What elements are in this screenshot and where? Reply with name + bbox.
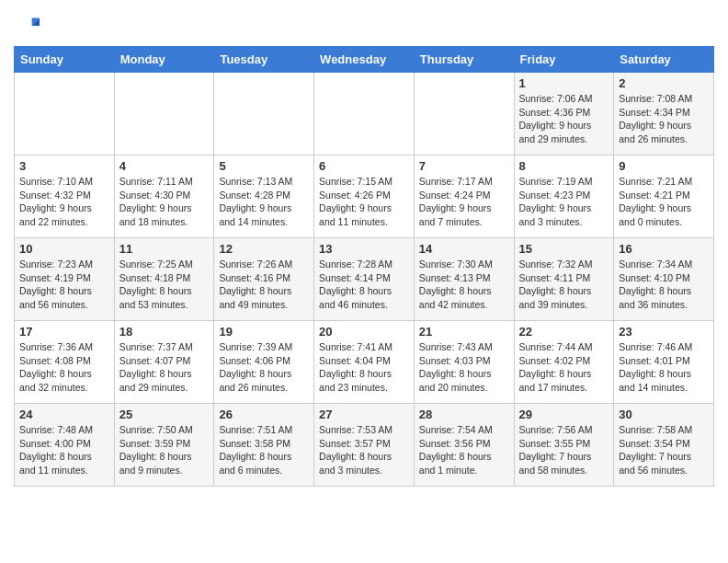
day-number: 22 [519, 325, 609, 339]
day-info: Sunrise: 7:48 AM Sunset: 4:00 PM Dayligh… [19, 423, 109, 477]
day-number: 2 [619, 76, 709, 90]
calendar-table: SundayMondayTuesdayWednesdayThursdayFrid… [14, 46, 714, 487]
calendar-cell: 16Sunrise: 7:34 AM Sunset: 4:10 PM Dayli… [614, 238, 714, 321]
calendar-cell: 1Sunrise: 7:06 AM Sunset: 4:36 PM Daylig… [514, 73, 614, 155]
day-number: 10 [19, 242, 109, 256]
calendar-cell: 23Sunrise: 7:46 AM Sunset: 4:01 PM Dayli… [614, 321, 714, 404]
day-header-friday: Friday [514, 47, 614, 73]
day-number: 29 [519, 408, 609, 421]
day-info: Sunrise: 7:17 AM Sunset: 4:24 PM Dayligh… [419, 175, 509, 229]
calendar-cell: 24Sunrise: 7:48 AM Sunset: 4:00 PM Dayli… [15, 404, 115, 487]
day-number: 5 [219, 159, 309, 173]
day-info: Sunrise: 7:54 AM Sunset: 3:56 PM Dayligh… [419, 423, 509, 477]
logo-icon [14, 13, 40, 39]
calendar-cell: 25Sunrise: 7:50 AM Sunset: 3:59 PM Dayli… [114, 404, 214, 487]
calendar-cell: 26Sunrise: 7:51 AM Sunset: 3:58 PM Dayli… [214, 404, 314, 487]
day-number: 7 [419, 159, 509, 173]
day-number: 27 [319, 408, 409, 421]
day-info: Sunrise: 7:43 AM Sunset: 4:03 PM Dayligh… [419, 340, 509, 395]
day-info: Sunrise: 7:28 AM Sunset: 4:14 PM Dayligh… [319, 258, 409, 312]
calendar-header-row: SundayMondayTuesdayWednesdayThursdayFrid… [15, 47, 714, 73]
day-header-sunday: Sunday [15, 47, 115, 73]
calendar-cell: 8Sunrise: 7:19 AM Sunset: 4:23 PM Daylig… [514, 155, 614, 238]
day-number: 28 [419, 408, 509, 421]
day-number: 13 [319, 242, 409, 256]
day-info: Sunrise: 7:25 AM Sunset: 4:18 PM Dayligh… [119, 258, 210, 312]
calendar-body: 1Sunrise: 7:06 AM Sunset: 4:36 PM Daylig… [15, 73, 714, 487]
calendar-cell: 22Sunrise: 7:44 AM Sunset: 4:02 PM Dayli… [514, 321, 614, 404]
day-info: Sunrise: 7:53 AM Sunset: 3:57 PM Dayligh… [319, 423, 409, 477]
calendar-cell [414, 73, 514, 155]
day-info: Sunrise: 7:34 AM Sunset: 4:10 PM Dayligh… [619, 258, 709, 312]
calendar-cell: 3Sunrise: 7:10 AM Sunset: 4:32 PM Daylig… [15, 155, 115, 238]
day-info: Sunrise: 7:23 AM Sunset: 4:19 PM Dayligh… [19, 258, 109, 312]
day-header-saturday: Saturday [614, 47, 714, 73]
calendar-week-5: 24Sunrise: 7:48 AM Sunset: 4:00 PM Dayli… [15, 404, 714, 487]
calendar-cell: 14Sunrise: 7:30 AM Sunset: 4:13 PM Dayli… [414, 238, 514, 321]
day-info: Sunrise: 7:19 AM Sunset: 4:23 PM Dayligh… [519, 175, 609, 229]
calendar-cell [214, 73, 314, 155]
day-info: Sunrise: 7:21 AM Sunset: 4:21 PM Dayligh… [619, 175, 709, 229]
day-info: Sunrise: 7:11 AM Sunset: 4:30 PM Dayligh… [119, 175, 210, 229]
calendar-cell [314, 73, 415, 155]
day-info: Sunrise: 7:08 AM Sunset: 4:34 PM Dayligh… [619, 92, 709, 146]
calendar-cell: 11Sunrise: 7:25 AM Sunset: 4:18 PM Dayli… [114, 238, 214, 321]
calendar-cell: 19Sunrise: 7:39 AM Sunset: 4:06 PM Dayli… [214, 321, 314, 404]
day-header-thursday: Thursday [414, 47, 514, 73]
calendar-cell: 2Sunrise: 7:08 AM Sunset: 4:34 PM Daylig… [614, 73, 714, 155]
day-number: 15 [519, 242, 609, 256]
day-number: 4 [119, 159, 210, 173]
logo [14, 13, 41, 39]
day-info: Sunrise: 7:50 AM Sunset: 3:59 PM Dayligh… [119, 423, 210, 477]
day-info: Sunrise: 7:26 AM Sunset: 4:16 PM Dayligh… [219, 258, 309, 312]
calendar-week-3: 10Sunrise: 7:23 AM Sunset: 4:19 PM Dayli… [15, 238, 714, 321]
calendar-cell: 7Sunrise: 7:17 AM Sunset: 4:24 PM Daylig… [414, 155, 514, 238]
day-info: Sunrise: 7:39 AM Sunset: 4:06 PM Dayligh… [219, 340, 309, 395]
calendar-cell [114, 73, 214, 155]
calendar-cell: 10Sunrise: 7:23 AM Sunset: 4:19 PM Dayli… [15, 238, 115, 321]
day-number: 3 [19, 159, 109, 173]
day-info: Sunrise: 7:10 AM Sunset: 4:32 PM Dayligh… [19, 175, 109, 229]
day-info: Sunrise: 7:56 AM Sunset: 3:55 PM Dayligh… [519, 423, 609, 477]
day-info: Sunrise: 7:46 AM Sunset: 4:01 PM Dayligh… [619, 340, 709, 395]
day-number: 11 [119, 242, 210, 256]
calendar-cell: 18Sunrise: 7:37 AM Sunset: 4:07 PM Dayli… [114, 321, 214, 404]
calendar-week-1: 1Sunrise: 7:06 AM Sunset: 4:36 PM Daylig… [15, 73, 714, 155]
calendar-cell: 6Sunrise: 7:15 AM Sunset: 4:26 PM Daylig… [314, 155, 415, 238]
day-number: 20 [319, 325, 409, 339]
day-number: 12 [219, 242, 309, 256]
day-info: Sunrise: 7:41 AM Sunset: 4:04 PM Dayligh… [319, 340, 409, 395]
day-number: 23 [619, 325, 709, 339]
day-info: Sunrise: 7:51 AM Sunset: 3:58 PM Dayligh… [219, 423, 309, 477]
day-number: 26 [219, 408, 309, 421]
day-info: Sunrise: 7:13 AM Sunset: 4:28 PM Dayligh… [219, 175, 309, 229]
day-number: 14 [419, 242, 509, 256]
day-info: Sunrise: 7:30 AM Sunset: 4:13 PM Dayligh… [419, 258, 509, 312]
calendar-cell: 9Sunrise: 7:21 AM Sunset: 4:21 PM Daylig… [614, 155, 714, 238]
day-info: Sunrise: 7:58 AM Sunset: 3:54 PM Dayligh… [619, 423, 709, 477]
day-header-tuesday: Tuesday [214, 47, 314, 73]
day-number: 17 [19, 325, 109, 339]
calendar-cell: 21Sunrise: 7:43 AM Sunset: 4:03 PM Dayli… [414, 321, 514, 404]
day-info: Sunrise: 7:37 AM Sunset: 4:07 PM Dayligh… [119, 340, 210, 395]
day-info: Sunrise: 7:44 AM Sunset: 4:02 PM Dayligh… [519, 340, 609, 395]
calendar-cell: 5Sunrise: 7:13 AM Sunset: 4:28 PM Daylig… [214, 155, 314, 238]
day-header-monday: Monday [114, 47, 214, 73]
day-number: 8 [519, 159, 609, 173]
day-info: Sunrise: 7:06 AM Sunset: 4:36 PM Dayligh… [519, 92, 609, 146]
calendar-cell: 28Sunrise: 7:54 AM Sunset: 3:56 PM Dayli… [414, 404, 514, 487]
day-number: 18 [119, 325, 210, 339]
day-info: Sunrise: 7:15 AM Sunset: 4:26 PM Dayligh… [319, 175, 409, 229]
calendar-week-4: 17Sunrise: 7:36 AM Sunset: 4:08 PM Dayli… [15, 321, 714, 404]
day-number: 9 [619, 159, 709, 173]
calendar-cell: 20Sunrise: 7:41 AM Sunset: 4:04 PM Dayli… [314, 321, 415, 404]
calendar-cell: 12Sunrise: 7:26 AM Sunset: 4:16 PM Dayli… [214, 238, 314, 321]
calendar-cell: 13Sunrise: 7:28 AM Sunset: 4:14 PM Dayli… [314, 238, 415, 321]
day-number: 24 [19, 408, 109, 421]
day-info: Sunrise: 7:32 AM Sunset: 4:11 PM Dayligh… [519, 258, 609, 312]
day-number: 21 [419, 325, 509, 339]
calendar-week-2: 3Sunrise: 7:10 AM Sunset: 4:32 PM Daylig… [15, 155, 714, 238]
day-number: 19 [219, 325, 309, 339]
calendar-cell: 4Sunrise: 7:11 AM Sunset: 4:30 PM Daylig… [114, 155, 214, 238]
day-number: 16 [619, 242, 709, 256]
